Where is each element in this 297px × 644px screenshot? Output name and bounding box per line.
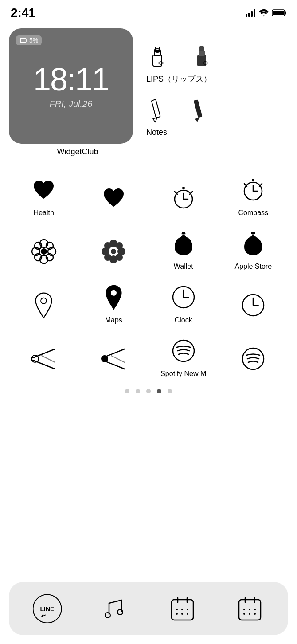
svg-marker-18 xyxy=(195,118,199,122)
health-label: Health xyxy=(34,209,54,217)
flower-icon-1[interactable] xyxy=(9,224,79,273)
dock: LINE xyxy=(9,582,288,635)
page-dots xyxy=(9,389,288,393)
svg-text:LINE: LINE xyxy=(40,605,54,613)
svg-rect-17 xyxy=(194,99,203,118)
svg-point-47 xyxy=(116,254,123,261)
svg-rect-5 xyxy=(20,39,21,42)
svg-point-49 xyxy=(111,249,116,254)
notes-icon-outline[interactable] xyxy=(146,98,166,124)
spotify-icon-1[interactable]: Spotify New M xyxy=(148,331,219,380)
lips-icon-filled[interactable] xyxy=(191,37,213,68)
maps-icon-2[interactable]: Maps xyxy=(79,277,149,326)
clock-label: Clock xyxy=(175,316,192,324)
svg-rect-50 xyxy=(181,232,186,235)
svg-line-61 xyxy=(33,360,55,369)
battery-icon xyxy=(272,9,286,16)
dot-3[interactable] xyxy=(146,389,151,393)
svg-point-52 xyxy=(41,298,47,303)
dot-5[interactable] xyxy=(168,389,172,393)
svg-point-93 xyxy=(254,609,256,610)
svg-point-10 xyxy=(159,62,163,64)
dock-calendar-1[interactable] xyxy=(166,592,199,625)
notes-icon-filled[interactable] xyxy=(188,98,208,124)
health-icon-1[interactable]: Health xyxy=(9,170,79,219)
status-time: 2:41 xyxy=(11,6,35,20)
status-icons xyxy=(246,9,286,17)
home-screen: 5% 18:11 FRI, Jul.26 WidgetClub xyxy=(0,24,297,393)
svg-point-85 xyxy=(181,613,183,615)
svg-point-45 xyxy=(116,242,123,249)
svg-point-30 xyxy=(252,179,254,181)
lips-icons xyxy=(146,37,213,68)
notes-icons xyxy=(146,98,208,124)
svg-point-75 xyxy=(105,613,110,618)
widget-time: 18:11 xyxy=(33,63,109,95)
widget-date: FRI, Jul.26 xyxy=(50,99,93,109)
svg-line-73 xyxy=(109,600,121,603)
svg-line-63 xyxy=(42,356,55,362)
compass-icon-1[interactable] xyxy=(148,170,219,219)
dot-4-active[interactable] xyxy=(157,389,161,393)
notes-label: Notes xyxy=(146,128,167,137)
lips-section: LIPS（リップス） Notes xyxy=(146,28,213,137)
svg-point-86 xyxy=(187,613,188,615)
svg-point-69 xyxy=(242,348,264,369)
widget-battery: 5% xyxy=(16,35,42,45)
svg-rect-15 xyxy=(152,99,160,118)
svg-point-68 xyxy=(173,340,194,361)
svg-rect-51 xyxy=(251,232,255,235)
svg-point-66 xyxy=(101,355,108,362)
apple-store-icon[interactable]: Apple Store xyxy=(219,224,289,273)
widget-club[interactable]: 5% 18:11 FRI, Jul.26 xyxy=(9,28,133,144)
wallet-label: Wallet xyxy=(174,263,193,271)
svg-rect-4 xyxy=(27,39,27,41)
flower-icon-2[interactable] xyxy=(79,224,149,273)
spotify-icon-2[interactable] xyxy=(219,331,289,380)
svg-point-83 xyxy=(187,609,188,610)
dock-calendar-2[interactable] xyxy=(233,592,266,625)
clock-icon-2[interactable] xyxy=(219,277,289,326)
svg-point-24 xyxy=(182,187,185,189)
dot-1[interactable] xyxy=(125,389,129,393)
health-icon-2[interactable] xyxy=(79,170,149,219)
dock-music[interactable] xyxy=(98,592,131,625)
maps-icon-1[interactable] xyxy=(9,277,79,326)
wallet-icon[interactable]: Wallet xyxy=(148,224,219,273)
widget-label: WidgetClub xyxy=(9,147,146,157)
svg-line-67 xyxy=(111,356,125,362)
compass-icon-2[interactable]: Compass xyxy=(219,170,289,219)
maps-clock-row: Maps Clock xyxy=(9,277,288,326)
svg-rect-1 xyxy=(285,12,286,15)
maps-label: Maps xyxy=(105,316,122,324)
wifi-icon xyxy=(259,9,269,17)
svg-point-46 xyxy=(104,254,111,261)
status-bar: 2:41 xyxy=(0,0,297,24)
cut-icon-2[interactable] xyxy=(79,331,149,380)
svg-rect-2 xyxy=(273,11,284,15)
dock-line[interactable]: LINE xyxy=(31,592,64,625)
svg-point-94 xyxy=(243,613,245,615)
svg-point-95 xyxy=(249,613,250,615)
svg-point-53 xyxy=(111,290,117,295)
svg-point-91 xyxy=(243,609,245,610)
lips-icon-outline[interactable] xyxy=(146,37,168,68)
widget-club-container: 5% 18:11 FRI, Jul.26 WidgetClub xyxy=(9,28,146,157)
svg-point-44 xyxy=(104,242,111,249)
spotify-row: Spotify New M xyxy=(9,331,288,380)
clock-icon-1[interactable]: Clock xyxy=(148,277,219,326)
dot-2[interactable] xyxy=(136,389,140,393)
svg-marker-16 xyxy=(153,118,157,122)
apple-store-label: Apple Store xyxy=(234,263,272,271)
compass-label: Compass xyxy=(238,209,268,217)
signal-icon xyxy=(246,9,255,17)
svg-point-81 xyxy=(176,609,178,610)
wallet-row: Wallet Apple Store xyxy=(9,224,288,273)
svg-point-92 xyxy=(249,609,250,610)
widget-lips-row: 5% 18:11 FRI, Jul.26 WidgetClub xyxy=(9,28,288,157)
spotify-label: Spotify New M xyxy=(160,370,206,378)
cut-icon-1[interactable] xyxy=(9,331,79,380)
svg-point-76 xyxy=(117,609,123,615)
svg-point-82 xyxy=(181,609,183,610)
svg-point-31 xyxy=(41,248,47,255)
